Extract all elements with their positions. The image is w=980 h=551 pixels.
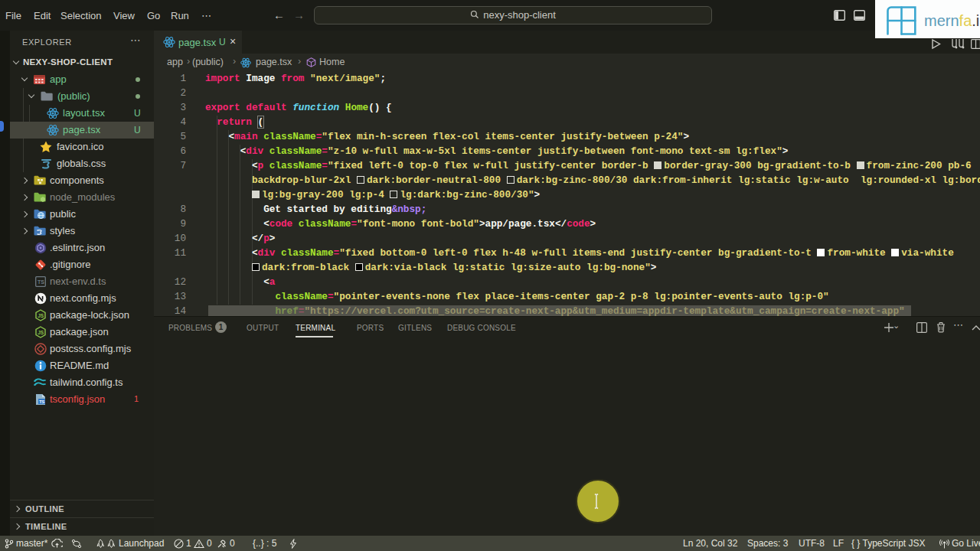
svg-text:JS: JS xyxy=(38,313,44,318)
svg-text:TS: TS xyxy=(39,399,44,404)
svg-text:TS: TS xyxy=(38,279,44,285)
svg-text:JS: JS xyxy=(38,330,44,335)
